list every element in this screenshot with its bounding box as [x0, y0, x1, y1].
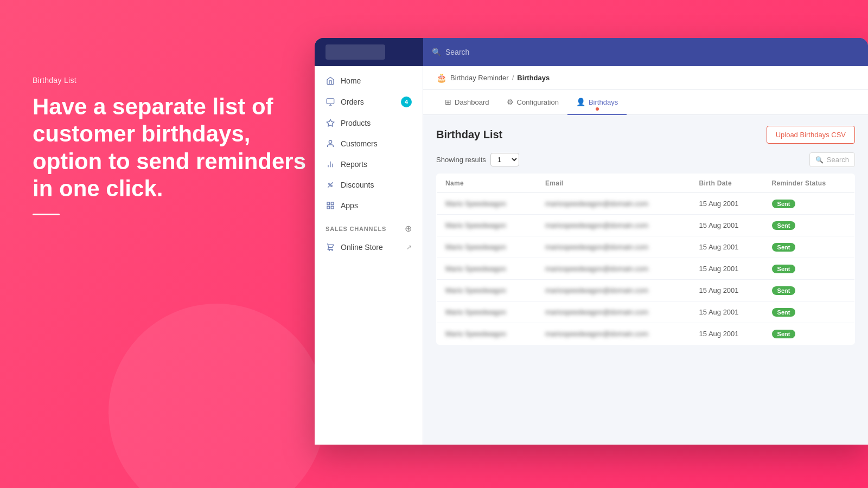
cell-name: Mario Speedwagon — [437, 301, 537, 323]
headline: Have a separate list of customer birthda… — [33, 93, 315, 203]
table-row: Mario Speedwagonmariospeedwagon@domain.c… — [437, 280, 855, 301]
sidebar-item-home[interactable]: Home — [315, 70, 423, 91]
status-badge: Sent — [772, 330, 796, 338]
table-row: Mario Speedwagonmariospeedwagon@domain.c… — [437, 236, 855, 258]
sales-channels-section: SALES CHANNELS ⊕ — [315, 216, 423, 237]
sidebar-item-online-store[interactable]: Online Store ↗ — [315, 237, 423, 258]
showing-results: Showing results 1 10 25 50 — [436, 153, 519, 166]
apps-icon — [326, 201, 335, 210]
cell-name: Mario Speedwagon — [437, 258, 537, 280]
online-store-icon — [326, 242, 335, 252]
table-row: Mario Speedwagonmariospeedwagon@domain.c… — [437, 193, 855, 215]
cell-birth-date: 15 Aug 2001 — [691, 323, 763, 345]
add-channel-icon[interactable]: ⊕ — [405, 223, 412, 234]
tab-configuration[interactable]: ⚙ Configuration — [498, 90, 567, 115]
cell-email: mariospeedwagon@domain.com — [537, 280, 691, 301]
dashboard-tab-icon: ⊞ — [445, 98, 451, 106]
cell-birth-date: 15 Aug 2001 — [691, 280, 763, 301]
sidebar-item-products[interactable]: Products — [315, 113, 423, 133]
sidebar-item-apps[interactable]: Apps — [315, 195, 423, 216]
col-header-status: Reminder Status — [763, 174, 855, 193]
bg-decoration — [108, 304, 326, 488]
underline-decoration — [33, 214, 60, 215]
tab-configuration-label: Configuration — [517, 98, 559, 106]
configuration-tab-icon: ⚙ — [507, 98, 514, 106]
cell-name: Mario Speedwagon — [437, 215, 537, 236]
top-navbar: 🔍 Search — [315, 38, 868, 66]
sidebar-label-online-store: Online Store — [341, 243, 383, 252]
external-link-icon: ↗ — [406, 243, 412, 251]
cell-reminder-status: Sent — [763, 323, 855, 345]
left-panel: Birthday List Have a separate list of cu… — [33, 76, 315, 215]
svg-rect-14 — [331, 206, 334, 209]
status-badge: Sent — [772, 308, 796, 317]
cell-reminder-status: Sent — [763, 258, 855, 280]
sidebar-item-customers[interactable]: Customers — [315, 133, 423, 154]
sidebar-label-discounts: Discounts — [341, 181, 374, 189]
app-icon: 🎂 — [436, 73, 447, 83]
status-badge: Sent — [772, 265, 796, 273]
svg-rect-13 — [327, 206, 330, 209]
subtitle: Birthday List — [33, 76, 315, 85]
status-badge: Sent — [772, 243, 796, 252]
col-header-birthdate: Birth Date — [691, 174, 763, 193]
discounts-icon — [326, 180, 335, 190]
cell-birth-date: 15 Aug 2001 — [691, 193, 763, 215]
store-logo — [326, 44, 385, 60]
tab-birthdays-label: Birthdays — [589, 98, 618, 106]
cell-email: mariospeedwagon@domain.com — [537, 258, 691, 280]
status-badge: Sent — [772, 286, 796, 295]
cell-name: Mario Speedwagon — [437, 236, 537, 258]
cell-email: mariospeedwagon@domain.com — [537, 323, 691, 345]
col-header-email: Email — [537, 174, 691, 193]
birthday-list-header: Birthday List Upload Birthdays CSV — [436, 126, 855, 144]
col-header-name: Name — [437, 174, 537, 193]
cell-reminder-status: Sent — [763, 215, 855, 236]
table-row: Mario Speedwagonmariospeedwagon@domain.c… — [437, 301, 855, 323]
svg-rect-0 — [327, 99, 334, 104]
products-icon — [326, 118, 335, 128]
search-icon: 🔍 — [432, 48, 441, 56]
cell-name: Mario Speedwagon — [437, 323, 537, 345]
global-search-bar[interactable]: 🔍 Search — [423, 38, 868, 66]
cell-birth-date: 15 Aug 2001 — [691, 258, 763, 280]
filter-bar: Showing results 1 10 25 50 🔍 Se — [436, 152, 855, 167]
table-search-box[interactable]: 🔍 Search — [809, 152, 855, 167]
svg-point-9 — [331, 185, 333, 187]
upload-birthdays-button[interactable]: Upload Birthdays CSV — [767, 126, 855, 144]
svg-marker-3 — [327, 119, 334, 126]
status-badge: Sent — [772, 221, 796, 230]
sidebar-item-discounts[interactable]: Discounts — [315, 175, 423, 195]
tabs-bar: ⊞ Dashboard ⚙ Configuration 👤 Birthdays — [423, 90, 868, 115]
results-count-select[interactable]: 1 10 25 50 — [490, 153, 519, 166]
status-badge: Sent — [772, 200, 796, 208]
customers-icon — [326, 139, 335, 149]
showing-label: Showing results — [436, 156, 486, 164]
table-search-placeholder: Search — [827, 156, 849, 164]
content-pane: 🎂 Birthday Reminder / Birthdays ⊞ Dashbo… — [423, 66, 868, 445]
cell-birth-date: 15 Aug 2001 — [691, 215, 763, 236]
sidebar-item-orders[interactable]: Orders 4 — [315, 91, 423, 113]
sidebar-label-apps: Apps — [341, 201, 358, 210]
svg-point-8 — [329, 183, 330, 185]
cell-reminder-status: Sent — [763, 193, 855, 215]
sales-channels-label: SALES CHANNELS — [326, 226, 401, 232]
home-icon — [326, 76, 335, 86]
breadcrumb-bar: 🎂 Birthday Reminder / Birthdays — [423, 66, 868, 90]
svg-rect-12 — [331, 202, 334, 205]
browser-content: 🔍 Search Home — [315, 38, 868, 445]
cell-email: mariospeedwagon@domain.com — [537, 236, 691, 258]
cell-email: mariospeedwagon@domain.com — [537, 215, 691, 236]
sidebar-label-reports: Reports — [341, 160, 367, 169]
sidebar-label-products: Products — [341, 119, 371, 127]
svg-point-4 — [329, 140, 331, 143]
cell-email: mariospeedwagon@domain.com — [537, 193, 691, 215]
birthday-table: Name Email Birth Date Reminder Status Ma… — [436, 174, 855, 345]
tab-birthdays[interactable]: 👤 Birthdays — [567, 90, 627, 115]
sidebar-item-reports[interactable]: Reports — [315, 154, 423, 175]
tab-dashboard[interactable]: ⊞ Dashboard — [436, 90, 498, 115]
orders-badge: 4 — [401, 97, 412, 107]
orders-icon — [326, 97, 335, 107]
laptop-mockup: 🔍 Search Home — [315, 16, 868, 488]
svg-rect-11 — [327, 202, 330, 205]
